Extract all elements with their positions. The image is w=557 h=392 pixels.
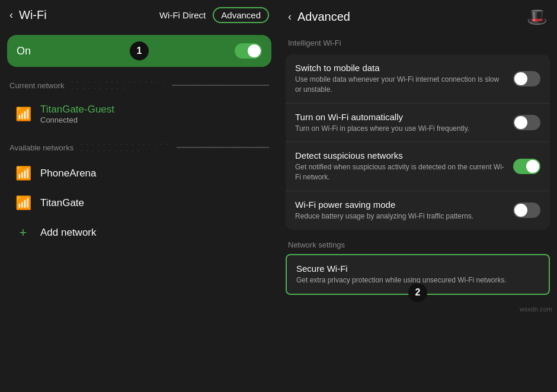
add-network-label: Add network: [40, 227, 97, 239]
setting-item-power-saving[interactable]: Wi-Fi power saving mode Reduce battery u…: [286, 191, 550, 230]
connected-network-item[interactable]: 📶 TitanGate-Guest Connected: [9, 97, 269, 131]
available-networks-label: Available networks · · · · · · · · · · ·…: [9, 141, 269, 154]
left-header-left: ‹ Wi-Fi: [9, 8, 47, 22]
header-buttons: Wi-Fi Direct Advanced: [159, 7, 269, 23]
secure-wifi-title: Secure Wi-Fi: [296, 264, 532, 274]
secure-wifi-text: Secure Wi-Fi Get extra privacy protectio…: [296, 264, 539, 285]
toggle-mobile-data[interactable]: [513, 71, 540, 86]
setting-text-mobile-data: Switch to mobile data Use mobile data wh…: [295, 63, 513, 95]
right-panel: ‹ Advanced 🎩 Intelligent Wi-Fi Switch to…: [278, 0, 557, 392]
right-back-arrow-icon[interactable]: ‹: [288, 11, 292, 23]
setting-item-suspicious[interactable]: Detect suspicious networks Get notified …: [286, 142, 550, 191]
plus-icon: +: [14, 225, 32, 240]
page-title-wifi: Wi-Fi: [19, 8, 47, 22]
network-item-phonearena[interactable]: 📶 PhoneArena: [9, 159, 269, 188]
right-page-title: Advanced: [297, 10, 350, 24]
setting-desc-suspicious: Get notified when suspicious activity is…: [295, 162, 506, 182]
setting-desc-wifi-auto: Turn on Wi-Fi in places where you use Wi…: [295, 124, 506, 134]
connected-network-name: TitanGate-Guest: [40, 104, 114, 115]
wifi-connected-icon: 📶: [14, 107, 32, 122]
right-header: ‹ Advanced 🎩: [278, 0, 557, 34]
connected-status: Connected: [40, 115, 114, 124]
setting-desc-power-saving: Reduce battery usage by analyzing Wi-Fi …: [295, 211, 506, 221]
setting-text-wifi-auto: Turn on Wi-Fi automatically Turn on Wi-F…: [295, 112, 513, 134]
left-header: ‹ Wi-Fi Wi-Fi Direct Advanced: [0, 0, 278, 30]
watermark-text: wsxdn.com: [520, 306, 552, 313]
divider-dots-2: · · · · · · · · · · · · · · · · · · · · …: [81, 141, 173, 154]
network-name-titangate: TitanGate: [40, 197, 84, 209]
step-1-badge: 1: [130, 41, 149, 60]
advanced-button[interactable]: Advanced: [213, 7, 269, 23]
setting-text-power-saving: Wi-Fi power saving mode Reduce battery u…: [295, 200, 513, 221]
avatar-icon: 🎩: [527, 7, 548, 27]
intelligent-wifi-group: Switch to mobile data Use mobile data wh…: [286, 54, 550, 230]
setting-item-mobile-data[interactable]: Switch to mobile data Use mobile data wh…: [286, 54, 550, 104]
setting-title-mobile-data: Switch to mobile data: [295, 63, 506, 73]
network-item-titangate[interactable]: 📶 TitanGate: [9, 188, 269, 218]
wifi-direct-button[interactable]: Wi-Fi Direct: [159, 10, 206, 20]
setting-title-suspicious: Detect suspicious networks: [295, 150, 506, 160]
left-panel: ‹ Wi-Fi Wi-Fi Direct Advanced On 1 Curre…: [0, 0, 278, 392]
bottom-spacer: wsxdn.com: [278, 297, 557, 315]
network-name-phonearena: PhoneArena: [40, 168, 97, 179]
intelligent-wifi-label: Intelligent Wi-Fi: [278, 34, 557, 50]
current-network-label: Current network · · · · · · · · · · · · …: [9, 79, 269, 92]
setting-desc-mobile-data: Use mobile data whenever your Wi-Fi inte…: [295, 75, 506, 95]
secure-wifi-item[interactable]: Secure Wi-Fi Get extra privacy protectio…: [286, 254, 550, 295]
toggle-suspicious[interactable]: [513, 159, 540, 174]
wifi-on-label: On: [17, 45, 31, 57]
wifi-icon-titangate: 📶: [14, 195, 32, 211]
add-network-item[interactable]: + Add network: [9, 218, 269, 248]
setting-title-power-saving: Wi-Fi power saving mode: [295, 200, 506, 210]
network-settings-label: Network settings: [278, 234, 557, 252]
toggle-power-saving[interactable]: [513, 203, 540, 218]
wifi-toggle-right: [235, 43, 262, 59]
connected-network-info: TitanGate-Guest Connected: [40, 104, 114, 124]
wifi-main-toggle[interactable]: [235, 43, 262, 59]
current-network-section: Current network · · · · · · · · · · · · …: [0, 72, 278, 134]
back-arrow-icon[interactable]: ‹: [9, 9, 13, 21]
wifi-toggle-bar: On 1: [7, 35, 271, 67]
wifi-icon-phonearena: 📶: [14, 166, 32, 181]
setting-text-suspicious: Detect suspicious networks Get notified …: [295, 150, 513, 182]
setting-title-wifi-auto: Turn on Wi-Fi automatically: [295, 112, 506, 122]
divider-dots: · · · · · · · · · · · · · · · · · · · · …: [71, 79, 168, 92]
toggle-wifi-auto[interactable]: [513, 115, 540, 130]
setting-item-wifi-auto[interactable]: Turn on Wi-Fi automatically Turn on Wi-F…: [286, 104, 550, 143]
available-networks-section: Available networks · · · · · · · · · · ·…: [0, 134, 278, 250]
